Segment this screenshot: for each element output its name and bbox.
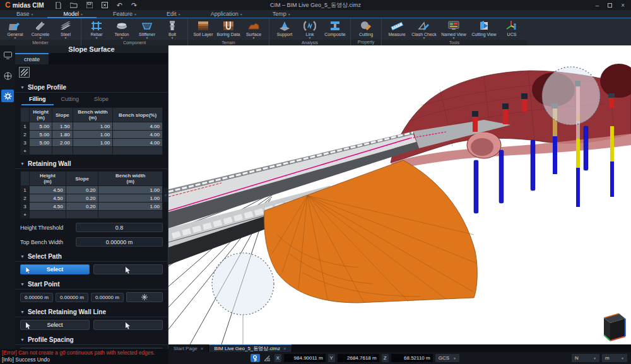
chevron-down-icon: ▾	[179, 12, 180, 16]
ribbon-button-tendon[interactable]: Tendon▼	[109, 19, 134, 40]
3d-viewport[interactable]	[168, 45, 631, 344]
start-point-y-input[interactable]	[56, 293, 88, 302]
ribbon-button-named-view[interactable]: Named View▼	[439, 19, 469, 40]
detail-highlight-circle[interactable]	[542, 67, 600, 125]
slope-tool-button[interactable]	[19, 67, 30, 78]
ribbon-button-cutting-view[interactable]: Cutting View	[469, 19, 499, 37]
ribbon-button-ucs[interactable]: UCS	[499, 19, 524, 37]
status-bar: X 984.90011 m Y 2684.7618 m Z 68.52110 m…	[168, 352, 631, 364]
panel-tab-bar: create	[15, 53, 168, 64]
ribbon-button-general[interactable]: General▼	[3, 19, 28, 40]
angle-snap-button[interactable]	[262, 354, 272, 362]
model-scene	[168, 45, 631, 344]
section-retaining-wall[interactable]: ▼Retaining Wall	[15, 158, 168, 169]
title-bar: CIM – BIM Live Geo_5_동영상.cimz C midas CI…	[0, 0, 631, 10]
select-path-alt-button[interactable]	[93, 264, 163, 274]
ribbon-button-clash-check[interactable]: Clash Check▼	[410, 19, 439, 40]
height-threshold-input[interactable]	[76, 223, 163, 232]
section-slope-profile[interactable]: ▼Slope Profile	[15, 81, 168, 93]
menu-application[interactable]: Application▾	[194, 10, 256, 18]
menu-feature[interactable]: Feature▾	[97, 10, 150, 18]
close-icon[interactable]: ×	[201, 346, 204, 351]
concrete-icon	[33, 20, 47, 32]
export-icon[interactable]	[102, 2, 108, 8]
display-panel-button[interactable]	[1, 49, 14, 62]
tab-start-page[interactable]: Start Page ×	[168, 344, 209, 352]
menu-edit[interactable]: Edit▾	[150, 10, 194, 18]
chevron-down-icon: ▼	[20, 338, 25, 342]
tab-slope[interactable]: Slope	[86, 94, 116, 105]
ribbon-button-soil-layer[interactable]: Soil Layer	[191, 19, 216, 37]
panel-collapse-handle[interactable]: ‹	[163, 188, 168, 202]
detail-highlight-circle[interactable]	[212, 253, 274, 315]
pick-point-button[interactable]	[126, 292, 163, 302]
link-icon	[303, 20, 317, 32]
start-point-z-input[interactable]	[91, 293, 124, 302]
add-row[interactable]: +	[21, 147, 163, 155]
ribbon-button-boring-data[interactable]: Boring Data	[216, 19, 241, 37]
add-row[interactable]: +	[21, 211, 163, 219]
ribbon-button-measure[interactable]: Measure	[384, 19, 410, 37]
table-row[interactable]: 34.500.201.00	[21, 203, 163, 211]
y-coordinate-value[interactable]: 2684.7618 m	[338, 354, 379, 362]
ribbon-button-link[interactable]: Link▼	[297, 19, 322, 40]
close-icon[interactable]: ×	[283, 346, 286, 351]
tab-filling[interactable]: Filling	[21, 94, 54, 105]
section-select-path[interactable]: ▼Select Path	[15, 250, 168, 262]
table-row[interactable]: 24.500.201.00	[21, 194, 163, 203]
north-dropdown[interactable]: N▼	[572, 354, 599, 362]
top-bench-width-input[interactable]	[76, 237, 163, 247]
minimize-button[interactable]: –	[596, 2, 599, 9]
new-file-icon[interactable]	[56, 2, 61, 9]
chevron-down-icon: ▼	[453, 356, 456, 360]
table-row[interactable]: 35.002.001.004.00	[21, 139, 163, 147]
ribbon-button-composite[interactable]: Composite	[322, 19, 348, 37]
select-retaining-wall-line-button[interactable]: Select	[20, 320, 90, 330]
ribbon-button-concrete[interactable]: Concrete▼	[28, 19, 53, 40]
application-window: CIM – BIM Live Geo_5_동영상.cimz C midas CI…	[0, 0, 631, 364]
section-start-point[interactable]: ▼Start Point	[15, 278, 168, 290]
tab-cutting[interactable]: Cutting	[54, 94, 87, 105]
menu-base[interactable]: Base▾	[0, 10, 47, 18]
section-profile-spacing[interactable]: ▼Profile Spacing	[15, 334, 168, 345]
menu-temp[interactable]: Temp▾	[256, 10, 304, 18]
view-cube-gizmo[interactable]	[604, 314, 625, 341]
chevron-down-icon: ▼	[621, 356, 624, 360]
ribbon-button-stiffener[interactable]: Stiffener▼	[134, 19, 160, 40]
table-row[interactable]: 25.001.801.004.00	[21, 131, 163, 139]
start-point-x-input[interactable]	[20, 293, 53, 302]
select-path-button[interactable]: Select	[20, 264, 90, 274]
ribbon-button-surface[interactable]: Surface▼	[241, 19, 266, 40]
coordinate-system-dropdown[interactable]: GCS▼	[435, 354, 459, 362]
redo-icon[interactable]: ↷	[131, 2, 137, 8]
ribbon-button-support[interactable]: Support	[272, 19, 297, 37]
section-select-retaining-wall-line[interactable]: ▼Select Retaining Wall Line	[15, 306, 168, 317]
tab-document[interactable]: BIM Live Geo_5_동영상.cimz ×	[209, 344, 292, 352]
save-icon[interactable]	[86, 2, 93, 8]
tab-create[interactable]: create	[15, 53, 49, 64]
chevron-down-icon: ▾	[32, 12, 33, 16]
ribbon-button-bolt[interactable]: Bolt▼	[160, 19, 185, 40]
snap-toggle-button[interactable]	[251, 354, 260, 362]
ribbon-button-steel[interactable]: Steel▼	[53, 19, 78, 40]
close-button[interactable]: ×	[621, 2, 625, 9]
top-bench-width-label: Top Bench Width	[20, 239, 72, 245]
profile-spacing-input[interactable]	[20, 348, 163, 349]
unit-dropdown[interactable]: m▼	[602, 354, 627, 362]
ribbon-button-cutting[interactable]: Cutting	[353, 19, 379, 37]
filling-table[interactable]: Height (m) Slope Bench width (m) Bench s…	[20, 107, 163, 155]
restore-button[interactable]	[608, 3, 612, 8]
settings-panel-button[interactable]	[1, 90, 14, 102]
cursor-icon	[26, 267, 31, 275]
table-row[interactable]: 15.001.501.004.00	[21, 122, 163, 131]
menu-model[interactable]: Model▾	[47, 10, 97, 18]
x-coordinate-value[interactable]: 984.90011 m	[284, 354, 326, 362]
undo-icon[interactable]: ↶	[117, 2, 122, 8]
ribbon-button-rebar[interactable]: Rebar▼	[84, 19, 109, 40]
select-retaining-wall-line-alt-button[interactable]	[93, 320, 163, 330]
table-row[interactable]: 14.500.201.00	[21, 186, 163, 194]
z-coordinate-value[interactable]: 68.52110 m	[391, 354, 433, 362]
retaining-wall-table[interactable]: Height (m) Slope Bench width (m) 14.500.…	[20, 171, 163, 219]
navigation-wheel-button[interactable]	[1, 69, 14, 82]
open-folder-icon[interactable]	[70, 2, 78, 8]
